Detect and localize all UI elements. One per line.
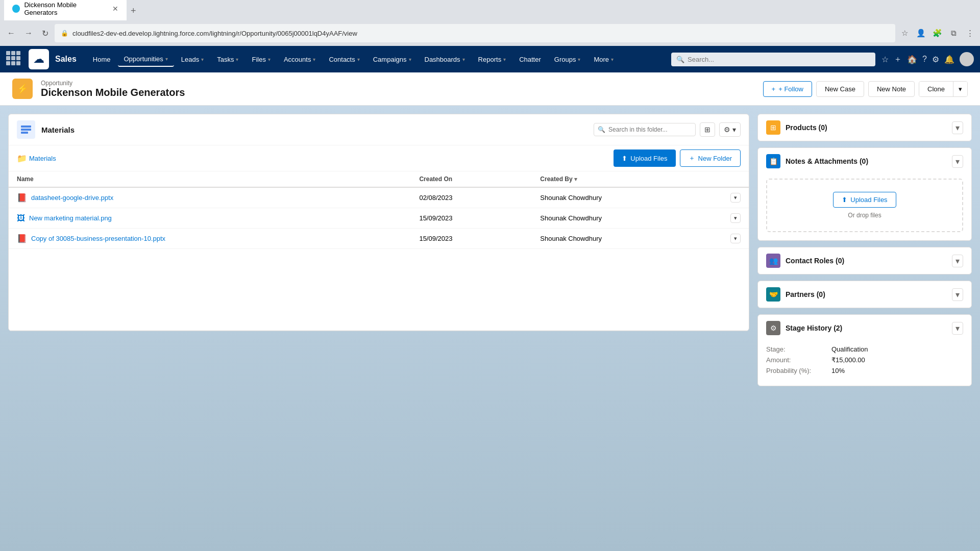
- folder-breadcrumb[interactable]: 📁 Materials: [17, 154, 56, 163]
- svg-rect-3: [21, 132, 28, 134]
- upload-files-button[interactable]: ⬆ Upload Files: [614, 149, 675, 167]
- file-row-action-0[interactable]: ▾: [730, 193, 741, 203]
- user-avatar[interactable]: [960, 52, 974, 66]
- bell-icon[interactable]: 🔔: [944, 55, 954, 64]
- favorites-icon[interactable]: ☆: [881, 55, 889, 64]
- settings-button[interactable]: ⚙ ▾: [719, 122, 741, 137]
- materials-title: Materials: [41, 126, 75, 134]
- clone-label: Clone: [927, 85, 945, 93]
- new-case-button[interactable]: New Case: [816, 81, 864, 97]
- amount-row: Amount: ₹15,000.00: [766, 356, 963, 364]
- file-created-by-0: Shounak Chowdhury: [532, 187, 722, 208]
- sort-icon[interactable]: ▾: [574, 176, 577, 182]
- amount-label: Amount:: [766, 356, 827, 364]
- nav-tasks[interactable]: Tasks ▾: [211, 53, 244, 66]
- notes-title: Notes & Attachments (0): [786, 157, 868, 165]
- nav-campaigns[interactable]: Campaigns ▾: [367, 53, 418, 66]
- nav-leads[interactable]: Leads ▾: [175, 53, 210, 66]
- new-case-label: New Case: [825, 85, 855, 93]
- reload-button[interactable]: ↻: [39, 27, 52, 40]
- nav-dashboards[interactable]: Dashboards ▾: [419, 53, 471, 66]
- stage-history-panel: ⚙ Stage History (2) ▾ Stage: Qualificati…: [757, 314, 972, 386]
- file-row-action-2[interactable]: ▾: [730, 234, 741, 243]
- col-created-by: Created By ▾: [532, 171, 722, 187]
- file-name-cell: 📕 Copy of 30085-business-presentation-10…: [9, 229, 411, 249]
- file-name-1: New marketing material.png: [29, 214, 112, 222]
- record-type-label: Opportunity: [41, 80, 185, 87]
- tab-favicon: [12, 5, 20, 13]
- materials-card: Materials 🔍 ⊞ ⚙ ▾ 📁 Materials: [8, 114, 749, 331]
- new-note-button[interactable]: New Note: [868, 81, 915, 97]
- new-folder-button[interactable]: ＋ New Folder: [680, 149, 741, 167]
- help-icon[interactable]: ?: [922, 55, 927, 64]
- contact-roles-toggle[interactable]: ▾: [952, 255, 963, 267]
- partners-toggle[interactable]: ▾: [952, 288, 963, 301]
- file-name-cell: 🖼 New marketing material.png: [9, 208, 411, 229]
- record-icon-symbol: ⚡: [17, 83, 28, 94]
- nav-home[interactable]: Home: [87, 53, 117, 66]
- record-actions-dropdown[interactable]: ▾: [953, 82, 967, 96]
- salesforce-logo[interactable]: ☁: [29, 49, 49, 69]
- upload-files-label: Upload Files: [630, 155, 667, 162]
- nav-groups[interactable]: Groups ▾: [548, 53, 587, 66]
- nav-accounts[interactable]: Accounts ▾: [278, 53, 322, 66]
- nav-reports[interactable]: Reports ▾: [472, 53, 512, 66]
- file-link-2[interactable]: 📕 Copy of 30085-business-presentation-10…: [17, 234, 403, 243]
- left-panel: Materials 🔍 ⊞ ⚙ ▾ 📁 Materials: [8, 114, 749, 543]
- new-folder-label: New Folder: [698, 155, 732, 162]
- nav-contacts[interactable]: Contacts ▾: [323, 53, 365, 66]
- products-panel: ⊞ Products (0) ▾: [757, 114, 972, 141]
- sidebar-icon[interactable]: ⧉: [947, 27, 960, 39]
- notes-upload-icon: ⬆: [842, 196, 847, 204]
- new-note-label: New Note: [877, 85, 906, 93]
- table-row: 📕 datasheet-google-drive.pptx 02/08/2023…: [9, 187, 749, 208]
- amount-value: ₹15,000.00: [831, 356, 865, 364]
- main-content: Materials 🔍 ⊞ ⚙ ▾ 📁 Materials: [0, 106, 980, 551]
- materials-icon: [17, 120, 35, 139]
- folder-search-input[interactable]: [594, 123, 696, 136]
- nav-files[interactable]: Files ▾: [246, 53, 276, 66]
- top-navigation: ☁ Sales Home Opportunities ▾ Leads ▾ Tas…: [0, 46, 980, 72]
- url-display: cloudfiles2-dev-ed.develop.lightning.for…: [72, 30, 889, 37]
- file-link-0[interactable]: 📕 datasheet-google-drive.pptx: [17, 193, 403, 203]
- new-icon[interactable]: ＋: [894, 54, 902, 65]
- new-tab-button[interactable]: +: [127, 2, 140, 20]
- file-row-action-1[interactable]: ▾: [730, 213, 741, 223]
- bookmark-icon[interactable]: ☆: [898, 27, 911, 39]
- stage-history-toggle[interactable]: ▾: [952, 322, 963, 335]
- cloud-icon: ☁: [33, 53, 44, 66]
- global-search-icon: 🔍: [676, 56, 684, 63]
- nav-chatter[interactable]: Chatter: [513, 53, 547, 66]
- menu-icon[interactable]: ⋮: [964, 27, 976, 39]
- view-toggle-button[interactable]: ⊞: [700, 122, 715, 137]
- products-toggle[interactable]: ▾: [952, 121, 963, 134]
- clone-button[interactable]: Clone: [919, 82, 953, 96]
- forward-button[interactable]: →: [21, 27, 36, 40]
- new-folder-icon: ＋: [689, 154, 695, 163]
- notes-upload-button[interactable]: ⬆ Upload Files: [833, 192, 896, 208]
- address-bar[interactable]: 🔒 cloudfiles2-dev-ed.develop.lightning.f…: [55, 24, 895, 42]
- browser-tab[interactable]: Dickenson Mobile Generators ✕: [4, 0, 127, 20]
- stage-value: Qualification: [831, 345, 868, 353]
- contact-roles-title: Contact Roles (0): [786, 257, 844, 265]
- setup-icon[interactable]: 🏠: [907, 55, 917, 64]
- file-link-1[interactable]: 🖼 New marketing material.png: [17, 214, 403, 223]
- global-search-input[interactable]: [671, 53, 875, 66]
- files-table: Name Created On Created By ▾: [9, 171, 749, 331]
- partners-title: Partners (0): [786, 290, 825, 298]
- tab-close-button[interactable]: ✕: [112, 5, 118, 13]
- extension-icon[interactable]: 🧩: [931, 27, 943, 39]
- global-search: 🔍: [671, 53, 875, 66]
- file-icon-1: 🖼: [17, 214, 25, 223]
- back-button[interactable]: ←: [4, 27, 18, 40]
- record-header: ⚡ Opportunity Dickenson Mobile Generator…: [0, 72, 980, 106]
- notes-toggle[interactable]: ▾: [952, 155, 963, 168]
- app-switcher-icon[interactable]: [6, 51, 22, 67]
- nav-more[interactable]: More ▾: [587, 53, 620, 66]
- profile-icon[interactable]: 👤: [915, 27, 927, 39]
- nav-opportunities[interactable]: Opportunities ▾: [118, 52, 174, 67]
- follow-button[interactable]: + + Follow: [763, 81, 812, 97]
- right-panel: ⊞ Products (0) ▾ 📋 Notes & Attachments (…: [757, 114, 972, 543]
- gear-icon[interactable]: ⚙: [932, 55, 939, 64]
- notes-upload-label: Upload Files: [850, 196, 887, 204]
